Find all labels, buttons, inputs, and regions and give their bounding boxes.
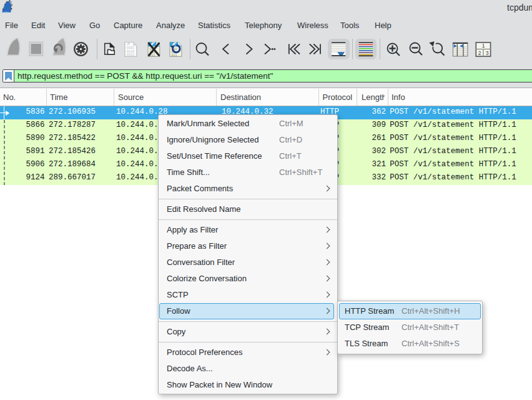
svg-text:3: 3 (486, 50, 489, 56)
svg-text:1: 1 (482, 42, 485, 49)
svg-text:011: 011 (172, 54, 177, 58)
svg-text:0111: 0111 (127, 53, 134, 57)
svg-text:2: 2 (478, 50, 481, 56)
